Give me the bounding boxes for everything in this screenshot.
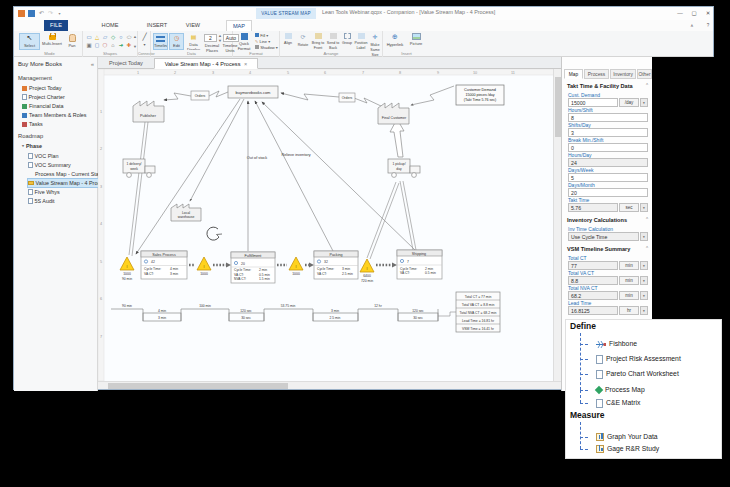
sidebar-item-5s-audit[interactable]: 5S Audit [28,197,55,205]
close-button[interactable]: ✕ [702,9,714,18]
canvas-vertical-scrollbar[interactable] [553,69,561,381]
sidebar-item-project-charter[interactable]: Project Charter [22,93,65,101]
sidebar-item-voc-plan[interactable]: VOC Plan [28,152,58,160]
orders-right-node[interactable]: Orders [339,93,355,102]
group-button[interactable]: Group [341,33,353,45]
cust-demand-unit-dropdown-icon[interactable]: ▾ [640,98,648,107]
shape-icon[interactable]: ◻ [93,42,101,49]
lead-time-unit-dropdown-icon[interactable]: ▾ [640,306,648,315]
app-icon[interactable] [18,10,25,17]
roadmap-phase[interactable]: ▾Phase [22,142,42,150]
bring-to-front-button[interactable]: Bring to Front [311,33,325,50]
total-ct-unit-dropdown-icon[interactable]: ▾ [640,261,648,270]
data-display-button[interactable]: ▤ Data Display [185,33,202,50]
customer-demand-note[interactable]: Customer Demand 15000 pieces /day (Takt … [456,85,504,105]
panel-tab-map[interactable]: Map [564,69,583,79]
sidebar-item-tasks[interactable]: Tasks [22,120,43,128]
collapse-ribbon-icon[interactable]: ∧ [686,21,698,30]
tool-item-ce-matrix[interactable]: C&E Matrix [596,397,640,409]
timeline-toggle[interactable]: Timeline [153,33,168,50]
orders-left-node[interactable]: Orders [191,91,209,100]
panel-tab-inventory[interactable]: Inventory [610,69,636,79]
takt-time-unit[interactable]: sec [619,203,639,212]
collapse-section-icon[interactable]: ^ [646,83,648,88]
shape-icon[interactable]: ○ [117,34,125,41]
process-box-packing[interactable]: Packing 32 Cycle Time: 3 min VA CT: 2.5 … [314,251,358,279]
decimal-places-input[interactable]: 2 [204,34,217,42]
align-button[interactable]: Align [281,33,295,45]
position-label-button[interactable]: Position Label [354,33,368,50]
takt-time-unit-dropdown-icon[interactable]: ▾ [640,203,648,212]
shape-icon[interactable]: ➜ [117,42,125,49]
total-va-ct-unit-dropdown-icon[interactable]: ▾ [640,276,648,285]
days-week-input[interactable]: 5 [568,173,648,182]
help-icon[interactable]: ? [702,21,714,30]
quick-format-button[interactable]: Quick Format [235,33,253,50]
break-min-input[interactable]: 0 [568,143,648,152]
shape-icon[interactable]: ▣ [85,42,93,49]
cust-demand-input[interactable]: 15000 [568,98,618,107]
maximize-button[interactable]: ▢ [688,9,700,18]
shape-icon[interactable]: △ [93,34,101,41]
sidebar-item-process-map-current[interactable]: Process Map - Current State [28,170,103,178]
rotate-button[interactable]: ⟳Rotate [296,33,310,47]
sidebar-item-team-members[interactable]: Team Members & Roles [22,111,87,119]
collapse-section-icon[interactable]: ^ [646,246,648,251]
tool-item-project-risk-assessment[interactable]: Project Risk Assessment [596,353,681,365]
picture-button[interactable]: Picture [407,33,425,46]
doc-tab-project-today[interactable]: Project Today [104,58,148,69]
total-ct-unit[interactable]: min [619,261,639,270]
inventory-triangle[interactable]: I 1000 [197,257,211,276]
process-box-fulfillment[interactable]: Fulfillment 20 Cycle Time: 2 min VA CT: … [231,252,275,283]
sidebar-item-financial-data[interactable]: Financial Data [22,102,63,110]
tool-item-fishbone[interactable]: Fishbone [596,338,637,350]
panel-tab-process[interactable]: Process [584,69,609,79]
tab-view[interactable]: VIEW [180,20,206,31]
sidebar-item-project-today[interactable]: Project Today [22,84,62,92]
hyperlink-button[interactable]: ⊕ Hyperlink [385,33,405,47]
tab-insert[interactable]: INSERT [142,20,172,31]
shape-icon[interactable]: ✚ [125,42,133,49]
hours-shift-input[interactable]: 8 [568,113,648,122]
tool-item-graph-your-data[interactable]: Graph Your Data [596,431,658,443]
tool-item-gage-rr-study[interactable]: Gage R&R Study [596,443,659,455]
save-icon[interactable] [28,10,35,17]
collapse-sidebar-icon[interactable]: « [91,61,94,67]
lead-time-unit[interactable]: hr [619,306,639,315]
edit-time-button[interactable]: ◷ Edit Time [169,33,184,50]
tool-item-pareto-chart-worksheet[interactable]: Pareto Chart Worksheet [596,368,679,380]
timeline-summary-box[interactable]: Total CT = 77 min Total VA CT = 8.8 min … [456,292,500,332]
fill-button[interactable]: Fill ▾ [255,33,279,38]
total-va-ct-unit[interactable]: min [619,276,639,285]
tab-home[interactable]: HOME [96,20,124,31]
total-nva-ct-unit-dropdown-icon[interactable]: ▾ [640,291,648,300]
sidebar-item-voc-summary[interactable]: VOC Summary [28,161,71,169]
shapes-scroll-down-icon[interactable]: ▼ [133,43,137,51]
warehouse-node[interactable]: Local warehouse [171,204,201,221]
line-button[interactable]: ✎ Line ▾ [255,39,279,44]
total-nva-ct-unit[interactable]: min [619,291,639,300]
send-to-back-button[interactable]: Send to Back [326,33,340,50]
shape-icon[interactable]: ▭ [85,34,93,41]
phase-expand-icon[interactable]: ▾ [22,142,24,150]
tool-item-process-map[interactable]: Process Map [596,384,645,396]
select-button[interactable]: ↖ Select [19,33,40,50]
tab-file[interactable]: FILE [44,20,68,31]
redo-icon[interactable]: ↷ [47,10,54,17]
shadow-button[interactable]: Shadow ▾ [255,45,279,50]
shape-icon[interactable]: ⬡ [101,42,109,49]
doc-tab-value-stream-map[interactable]: Value Stream Map - 4 Process × [154,58,258,69]
tab-map[interactable]: MAP [226,20,252,31]
days-month-input[interactable]: 20 [568,188,648,197]
shapes-scroll-up-icon[interactable]: ▲ [133,33,137,41]
truck-right-node[interactable]: 1 pickup/ day [388,159,420,177]
shape-icon[interactable]: ⌂ [109,42,117,49]
inv-time-calc-dropdown-icon[interactable]: ▾ [640,232,648,241]
process-box-shipping[interactable]: Shipping 7 Cycle Time: 2 min VA CT: 0.5 … [397,250,442,279]
shipment-block-arrow[interactable] [390,119,404,157]
inventory-triangle[interactable]: I 6400 720 min [360,259,374,283]
close-tab-icon[interactable]: × [244,61,247,67]
collapse-section-icon[interactable]: ^ [646,217,648,222]
center-website-node[interactable]: buymorebooks.com [228,86,278,98]
multi-insert-button[interactable]: Multi-Insert [41,33,63,50]
